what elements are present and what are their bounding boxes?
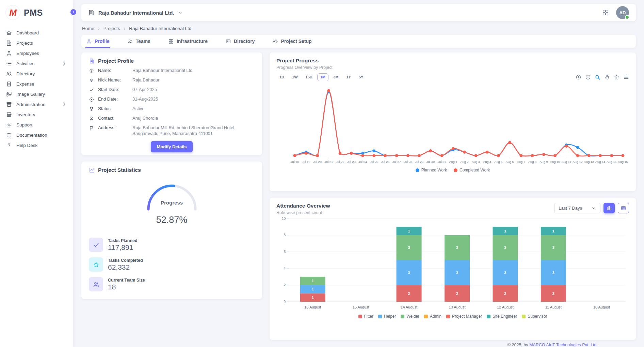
sidebar-item-label: Projects <box>16 41 33 46</box>
legend-item-admin[interactable]: Admin <box>424 314 441 319</box>
range-button-5y[interactable]: 5Y <box>356 73 366 81</box>
svg-text:1: 1 <box>408 229 410 233</box>
range-button-1w[interactable]: 1W <box>289 73 301 81</box>
company-name: Raja Bahadur International Ltd. <box>98 10 174 16</box>
profile-field-nick-name: Nick Name:Raja Bahadur <box>89 77 255 83</box>
project-progress-line-chart[interactable]: Jul 18Jul 19Jul 20Jul 21Jul 22Jul 23Jul … <box>276 81 629 167</box>
svg-text:Jul 25: Jul 25 <box>370 160 378 164</box>
sidebar-collapse-button[interactable]: ‹ <box>69 8 77 16</box>
user-icon <box>89 116 94 121</box>
sidebar-item-expense[interactable]: Expense <box>0 79 73 89</box>
chart-view-button[interactable] <box>603 203 615 213</box>
progress-card-title: Project Progress <box>276 58 319 64</box>
user-avatar[interactable]: AD <box>616 6 629 19</box>
range-button-1y[interactable]: 1Y <box>343 73 354 81</box>
profile-field-status: Status:Active <box>89 106 255 112</box>
svg-text:14 August: 14 August <box>401 305 417 309</box>
range-button-1d[interactable]: 1D <box>276 73 287 81</box>
stat-list: Tasks Planned117,891Tasks Completed62,33… <box>89 238 255 291</box>
zoom-out-icon[interactable] <box>585 74 591 80</box>
legend-item-completed-work[interactable]: Completed Work <box>454 168 490 172</box>
breadcrumb-item-home[interactable]: Home <box>82 26 94 31</box>
pan-icon[interactable] <box>604 74 610 80</box>
field-value: Raja Bahadur International Ltd. <box>132 68 194 74</box>
svg-text:Aug 9: Aug 9 <box>540 160 548 164</box>
stat-value: 62,332 <box>108 263 143 271</box>
selection-zoom-icon[interactable] <box>595 74 600 80</box>
zoom-in-icon[interactable] <box>576 74 581 80</box>
table-view-button[interactable] <box>618 203 629 213</box>
tab-infrastructure[interactable]: Infrastructure <box>167 35 208 48</box>
legend-item-fitter[interactable]: Fitter <box>358 314 373 319</box>
breadcrumb-item-projects[interactable]: Projects <box>103 26 120 31</box>
field-value: Raja Bahadur Mill Rd, behind Sheraton Gr… <box>132 125 255 137</box>
sidebar-item-projects[interactable]: Projects <box>0 38 73 48</box>
tab-teams[interactable]: Teams <box>127 35 151 48</box>
apps-grid-icon[interactable] <box>602 9 609 16</box>
sidebar-item-image-gallary[interactable]: Image Gallary <box>0 89 73 99</box>
sidebar-item-dashboard[interactable]: Dashboard <box>0 28 73 38</box>
sidebar-item-documentation[interactable]: Documentation <box>0 130 73 140</box>
tab-directory[interactable]: Directory <box>225 35 255 48</box>
home-reset-icon[interactable] <box>614 74 619 80</box>
attendance-bar-chart[interactable]: 024681016 August11115 August14 August233… <box>276 215 629 313</box>
svg-text:3: 3 <box>456 245 458 250</box>
menu-icon[interactable] <box>623 74 629 80</box>
sidebar-item-support[interactable]: Support <box>0 120 73 130</box>
statistics-card-title: Project Statistics <box>98 167 141 173</box>
attendance-card-subtitle: Role-wise present count <box>276 210 330 215</box>
legend-item-project-manager[interactable]: Project Manager <box>446 314 482 319</box>
breadcrumb-separator: › <box>124 26 125 31</box>
app-root: M PMS DashboardProjectsEmployeesActiviti… <box>0 0 644 347</box>
range-button-1m[interactable]: 1M <box>317 73 328 81</box>
sidebar-item-label: Inventory <box>16 112 35 117</box>
stat-text: Current Team Size18 <box>108 278 145 291</box>
chart-toolbar <box>576 74 629 80</box>
attendance-overview-card: Attendance Overview Role-wise present co… <box>270 198 636 340</box>
progress-gauge: Progress 52.87% <box>142 179 202 225</box>
sidebar-item-administration[interactable]: Administration <box>0 99 73 109</box>
statistics-card-title-row: Project Statistics <box>89 167 255 173</box>
trophy-icon <box>89 106 94 112</box>
check-icon <box>89 87 94 93</box>
users-icon <box>127 39 133 44</box>
profile-card-title-row: Project Profile <box>89 58 255 64</box>
flag-icon <box>89 125 94 131</box>
profile-field-contact: Contact:Anuj Chordia <box>89 116 255 121</box>
sidebar-item-help-desk[interactable]: Help Desk <box>0 140 73 150</box>
range-button-15d[interactable]: 15D <box>303 73 316 81</box>
legend-label: Completed Work <box>460 168 490 172</box>
image-icon <box>6 91 12 97</box>
legend-label: Planned Work <box>421 168 447 172</box>
svg-text:1: 1 <box>312 279 314 283</box>
legend-item-helper[interactable]: Helper <box>378 314 396 319</box>
legend-item-site-engineer[interactable]: Site Engineer <box>487 314 517 319</box>
svg-text:Jul 30: Jul 30 <box>426 160 435 164</box>
legend-label: Site Engineer <box>493 314 517 319</box>
svg-text:0: 0 <box>284 300 286 304</box>
legend-label: Fitter <box>364 314 373 319</box>
range-button-3m[interactable]: 3M <box>330 73 341 81</box>
footer-company-link[interactable]: MARCO AIoT Technologies Pvt. Ltd. <box>529 343 598 347</box>
tab-profile[interactable]: Profile <box>85 35 110 48</box>
legend-item-welder[interactable]: Welder <box>401 314 419 319</box>
sidebar-item-directory[interactable]: Directory <box>0 69 73 79</box>
svg-text:1: 1 <box>504 229 506 233</box>
profile-field-name: Name:Raja Bahadur International Ltd. <box>89 68 255 74</box>
stat-icon-tile <box>89 238 103 252</box>
svg-text:Aug 3: Aug 3 <box>472 160 480 164</box>
legend-item-supervisor[interactable]: Supervisor <box>522 314 547 319</box>
field-value: Active <box>132 106 144 112</box>
legend-item-planned-work[interactable]: Planned Work <box>416 168 447 172</box>
tab-project-setup[interactable]: Project Setup <box>272 35 312 48</box>
breadcrumb: Home›Projects›Raja Bahadur International… <box>81 21 636 35</box>
sidebar-item-inventory[interactable]: Inventory <box>0 109 73 120</box>
modify-details-button[interactable]: Modify Details <box>151 141 192 152</box>
legend-marker <box>487 315 490 318</box>
company-selector[interactable]: Raja Bahadur International Ltd. <box>88 9 183 16</box>
sidebar-item-activities[interactable]: Activities <box>0 58 73 69</box>
svg-text:3: 3 <box>504 245 506 250</box>
attendance-range-select[interactable]: Last 7 Days <box>554 203 600 213</box>
sidebar-item-employees[interactable]: Employees <box>0 48 73 58</box>
gear-icon <box>272 39 278 44</box>
